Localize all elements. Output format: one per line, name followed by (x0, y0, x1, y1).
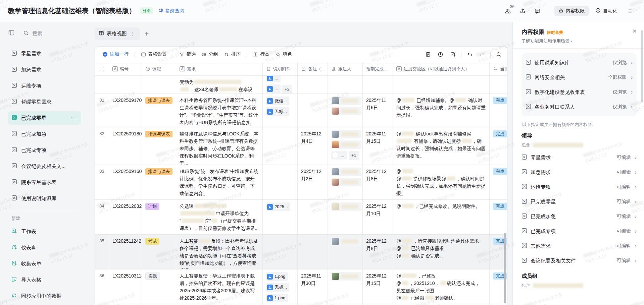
column-header-demand[interactable]: A需求 (176, 62, 263, 76)
sidebar-item-6[interactable]: 已完成专项 (8, 143, 81, 157)
follower-chip[interactable] (331, 202, 361, 211)
sidebar-item-4[interactable]: 已完成零星··· (8, 111, 81, 125)
cell-id[interactable]: LX2025091605 (109, 165, 142, 200)
cell-progress[interactable] (393, 76, 490, 94)
table-search-icon[interactable] (496, 52, 502, 57)
cell-status[interactable]: 完成 (490, 94, 507, 127)
cell-rownum[interactable]: 81 (95, 94, 109, 127)
attachment-chip[interactable]: 2025... (266, 202, 290, 211)
shared-permission-item-1[interactable]: 网络安全相关 全部权限 › (526, 70, 633, 85)
follower-chip[interactable]: ... (331, 151, 347, 160)
panel-help-link[interactable]: 了解功能用法和使用场景 › (522, 38, 636, 44)
cell-id[interactable]: LX2025091708 (109, 94, 142, 127)
cell-course[interactable]: 排课与课表 (142, 165, 176, 200)
cell-attachments[interactable]: 2025... (263, 200, 298, 235)
sort-button[interactable]: 排序 (224, 51, 241, 57)
cell-followers[interactable] (328, 94, 363, 127)
cell-note[interactable]: 2025年11月30日 (298, 269, 328, 304)
follower-chip[interactable] (331, 130, 361, 138)
attachment-chip[interactable]: 无标... (266, 283, 289, 292)
cell-course[interactable]: 计划 (142, 200, 176, 235)
column-header-attach[interactable]: 说明附件 (263, 62, 298, 76)
column-header-follower[interactable]: 跟进人 (328, 62, 363, 76)
cell-note[interactable] (298, 76, 328, 94)
cell-demand[interactable]: 辅修排课及课程信息与LOOK系统、本科生教务管理系统--排课管理有关数据未同步。… (176, 127, 263, 165)
sidebar-item-8[interactable]: 院系零星需求表 (8, 176, 81, 189)
view-more-icon[interactable]: ⋮ (130, 31, 136, 37)
cell-due-date[interactable]: 2025年11月15日 (363, 127, 393, 165)
cell-rownum[interactable]: 86 (95, 269, 109, 304)
new-item-sync-data[interactable]: 同步应用中的数据 (8, 289, 81, 303)
cell-demand[interactable]: HUB系统“统一发布课表”中增加发布统计比例。优化发布不成功信息，按开课课程、学… (176, 165, 263, 200)
cell-status[interactable]: 完成 (490, 165, 507, 200)
shared-permission-item-3[interactable]: 各业务对口联系人 仅浏览 › (526, 100, 633, 114)
cell-id[interactable]: LX2025112425 (109, 235, 142, 269)
cell-progress[interactable]: @，请直接跟段老师沟通具体需求@ 已沟通具体需求@ 确认是否完成。 (393, 235, 490, 269)
shared-permission-item-0[interactable]: 使用说明知识库 仅浏览 › (526, 55, 633, 70)
content-permission-button[interactable]: 内容权限 (554, 6, 589, 16)
cell-followers[interactable] (328, 200, 363, 235)
column-header-status[interactable]: 当前 (490, 62, 507, 76)
collapse-panel-icon[interactable] (8, 29, 15, 38)
panel-scrollbar[interactable] (641, 30, 643, 102)
collaborators-button[interactable]: 36 (502, 6, 514, 16)
attachment-chip[interactable]: 1.png (266, 272, 288, 281)
sidebar-item-1[interactable]: 加急需求 (8, 63, 81, 76)
cell-rownum[interactable] (95, 76, 109, 94)
cell-progress[interactable]: @，已修改@，20251210，确认还未完成，见左侧最后一张图@ 已经跟老师确认… (393, 269, 490, 304)
cell-attachments[interactable]: ......+3 (263, 76, 298, 94)
cell-followers[interactable]: ...+1 (328, 127, 363, 165)
column-header-note[interactable]: 备注（... (298, 62, 328, 76)
follower-chip[interactable] (331, 107, 361, 115)
group0-permission-item-6[interactable]: 其他需求 可编辑 › (522, 239, 637, 253)
attachment-chip[interactable]: ... (266, 76, 281, 82)
cell-rownum[interactable]: 82 (95, 127, 109, 165)
group0-permission-item-4[interactable]: 已完成加急 可编辑 › (522, 209, 637, 224)
cell-note[interactable] (298, 200, 328, 235)
redo-icon[interactable] (479, 52, 485, 57)
cell-course[interactable]: 实践 (142, 269, 176, 304)
cell-demand[interactable]: 人工智能反馈：因补考考试涉及多个课程，需要增加一个查询补考成绩是否激活的功能（可… (176, 235, 263, 269)
group-button[interactable]: 分组 (202, 51, 218, 57)
share-icon[interactable] (516, 6, 529, 16)
cell-rownum[interactable]: 84 (95, 200, 109, 235)
group0-permission-item-7[interactable]: 会议纪要及相关文件 可编辑 › (522, 253, 637, 268)
cell-course[interactable]: 考试 (142, 235, 176, 269)
attachment-chip[interactable]: ... (266, 84, 281, 93)
fill-color-button[interactable]: 填色 (276, 51, 292, 57)
cell-id[interactable]: LX2025120328 (109, 200, 142, 235)
follower-overflow-badge[interactable]: +1 (349, 151, 359, 160)
add-row-button[interactable]: 添加一行 (102, 51, 129, 57)
undo-icon[interactable] (467, 52, 473, 57)
follower-chip[interactable] (331, 97, 361, 105)
cell-followers[interactable] (328, 76, 363, 94)
cell-attachments[interactable] (263, 165, 298, 200)
new-item-table-plus[interactable]: 工作表 (8, 225, 81, 238)
table-settings-button[interactable]: 表格设置 (141, 51, 167, 57)
cell-followers[interactable] (328, 235, 363, 269)
column-header-due[interactable]: 预期完成... (363, 62, 393, 76)
cell-demand[interactable]: 变动为，这34名老师在毕设系... (176, 76, 263, 94)
sidebar-item-2[interactable]: 运维专项 (8, 79, 81, 93)
search-input[interactable]: 搜索 (23, 30, 42, 37)
cell-rownum[interactable]: 85 (95, 235, 109, 269)
sidebar-item-9[interactable]: 使用说明知识库 (8, 192, 81, 205)
group0-permission-item-0[interactable]: 零星需求 可编辑 › (522, 150, 637, 165)
column-header-rownum[interactable] (95, 62, 109, 76)
cell-attachments[interactable]: 微信...无标... (263, 94, 298, 127)
menu-icon[interactable]: ≡ (624, 6, 636, 16)
follower-chip[interactable] (331, 272, 361, 281)
cell-followers[interactable] (328, 269, 363, 304)
group0-permission-item-2[interactable]: 运维专项 可编辑 › (522, 180, 637, 194)
group0-permission-item-5[interactable]: 已完成专项 可编辑 › (522, 224, 637, 239)
row-height-button[interactable]: 行高 (253, 51, 269, 57)
follower-chip[interactable] (331, 178, 361, 186)
cell-course[interactable]: 排课与课表 (142, 94, 176, 127)
attachment-more-badge[interactable]: +3 (282, 85, 292, 94)
sidebar-item-5[interactable]: 已完成加急 (8, 127, 81, 141)
cell-note[interactable] (298, 235, 328, 269)
cell-status[interactable] (490, 76, 507, 94)
checkbox-add-icon[interactable] (450, 52, 456, 57)
cell-due-date[interactable]: 2025年12月8日 (363, 165, 393, 200)
cell-progress[interactable]: @，已经完成修改。见说明附件。 (393, 200, 490, 235)
